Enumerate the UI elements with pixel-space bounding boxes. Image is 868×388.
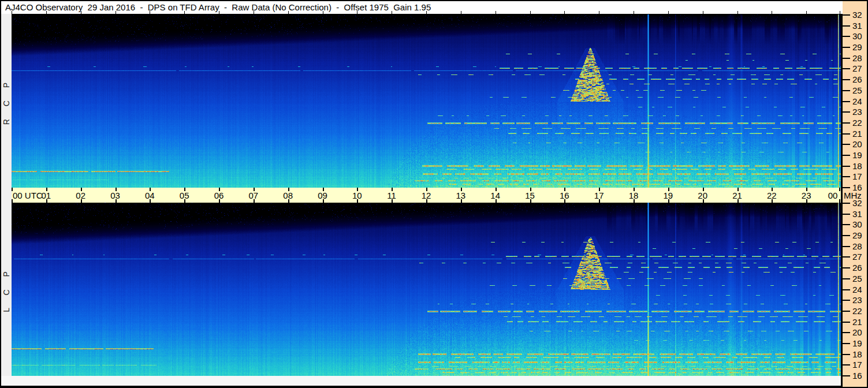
hour-label: 23 xyxy=(802,191,811,200)
freq-label: 30 xyxy=(852,32,862,41)
hour-label: 20 xyxy=(698,191,707,200)
hour-tick xyxy=(254,11,254,14)
hour-tick xyxy=(81,11,81,14)
freq-label: 20 xyxy=(852,140,862,149)
hour-label: 11 xyxy=(387,191,396,200)
freq-tick xyxy=(843,68,850,69)
freq-tick xyxy=(843,25,850,27)
freq-label: 17 xyxy=(852,360,862,370)
freq-tick xyxy=(843,278,850,279)
freq-tick xyxy=(843,58,850,59)
frequency-axis-rail: 3231302928272625242322212019181716323130… xyxy=(843,1,867,387)
freq-tick xyxy=(843,14,850,16)
freq-tick xyxy=(843,111,850,113)
bottom-margin-strip xyxy=(1,376,841,386)
hour-tick xyxy=(772,11,772,14)
hour-tick xyxy=(184,11,185,14)
hour-tick xyxy=(392,11,392,14)
hour-label: 07 xyxy=(248,191,258,200)
freq-tick xyxy=(843,144,850,145)
hour-label: 14 xyxy=(490,191,500,200)
hour-tick xyxy=(461,11,461,14)
hour-label: 00 xyxy=(828,191,838,200)
hour-tick xyxy=(496,11,496,14)
freq-tick xyxy=(843,36,850,37)
freq-tick xyxy=(843,343,850,344)
hour-label: 15 xyxy=(525,191,535,200)
hour-tick xyxy=(840,11,840,14)
hour-tick xyxy=(12,11,12,14)
hour-tick xyxy=(150,11,150,14)
freq-label: 28 xyxy=(852,54,862,63)
freq-label: 24 xyxy=(852,97,862,106)
freq-tick xyxy=(843,47,850,48)
freq-label: 30 xyxy=(852,220,862,229)
hour-tick xyxy=(599,11,599,14)
spectrogram-window: AJ4CO Observatory 29 Jan 2016 - DPS on T… xyxy=(0,0,868,388)
freq-tick xyxy=(843,166,850,167)
freq-label: 27 xyxy=(852,252,862,262)
freq-tick xyxy=(843,364,850,365)
freq-tick xyxy=(843,203,850,204)
hour-tick xyxy=(839,188,840,191)
hour-tick xyxy=(323,11,323,14)
freq-tick xyxy=(843,354,850,355)
freq-tick xyxy=(843,311,850,312)
freq-label: 29 xyxy=(852,43,862,52)
freq-label: 22 xyxy=(852,307,862,316)
hour-label: 10 xyxy=(352,191,362,200)
hour-label: 06 xyxy=(214,191,224,200)
freq-tick xyxy=(843,375,850,376)
hour-label: 17 xyxy=(594,191,604,200)
freq-label: 26 xyxy=(852,263,862,273)
hour-label: 21 xyxy=(732,191,742,200)
hour-tick xyxy=(703,11,703,14)
freq-tick xyxy=(843,235,850,236)
hour-label: 08 xyxy=(283,191,293,200)
freq-tick xyxy=(843,155,850,156)
freq-label: 28 xyxy=(852,242,862,251)
freq-tick xyxy=(843,267,850,268)
freq-label: 31 xyxy=(852,210,862,219)
freq-tick xyxy=(843,187,850,188)
hour-tick xyxy=(426,11,427,14)
hour-label: 02 xyxy=(76,191,85,200)
freq-label: 17 xyxy=(852,172,862,181)
freq-tick xyxy=(843,322,850,323)
hour-label: 19 xyxy=(663,191,673,200)
time-axis-band: 00 UTC0102030405060708091011121314151617… xyxy=(12,188,841,203)
freq-label: 19 xyxy=(852,339,862,348)
hour-tick xyxy=(806,11,807,14)
hour-label: 04 xyxy=(145,191,155,200)
freq-tick xyxy=(843,214,850,215)
freq-label: 29 xyxy=(852,231,862,240)
freq-label: 21 xyxy=(852,129,862,139)
freq-tick xyxy=(843,122,850,124)
freq-tick xyxy=(843,289,850,290)
freq-tick xyxy=(843,224,850,225)
lcp-panel-label: L C P xyxy=(2,266,11,312)
hour-tick xyxy=(116,11,116,14)
lcp-spectrogram-canvas xyxy=(12,203,841,376)
hour-tick xyxy=(46,11,47,14)
freq-label: 19 xyxy=(852,151,862,160)
top-hour-ticks xyxy=(12,11,841,14)
freq-label: 26 xyxy=(852,75,862,84)
hour-tick xyxy=(634,11,634,14)
lcp-label-area: L C P xyxy=(1,203,12,376)
hour-label: 16 xyxy=(560,191,569,200)
freq-label: 23 xyxy=(852,296,862,305)
freq-tick xyxy=(843,176,850,177)
freq-label: 16 xyxy=(852,371,862,380)
freq-tick xyxy=(843,300,850,301)
rcp-panel-label: R C P xyxy=(2,77,11,125)
freq-label: 22 xyxy=(852,118,862,128)
freq-label: 27 xyxy=(852,64,862,73)
hour-tick xyxy=(564,11,565,14)
freq-tick xyxy=(843,133,850,135)
rcp-spectrogram-canvas xyxy=(12,14,841,188)
freq-label: 18 xyxy=(852,350,862,359)
hour-tick xyxy=(219,11,219,14)
hour-tick xyxy=(668,11,669,14)
hour-label: 18 xyxy=(629,191,639,200)
